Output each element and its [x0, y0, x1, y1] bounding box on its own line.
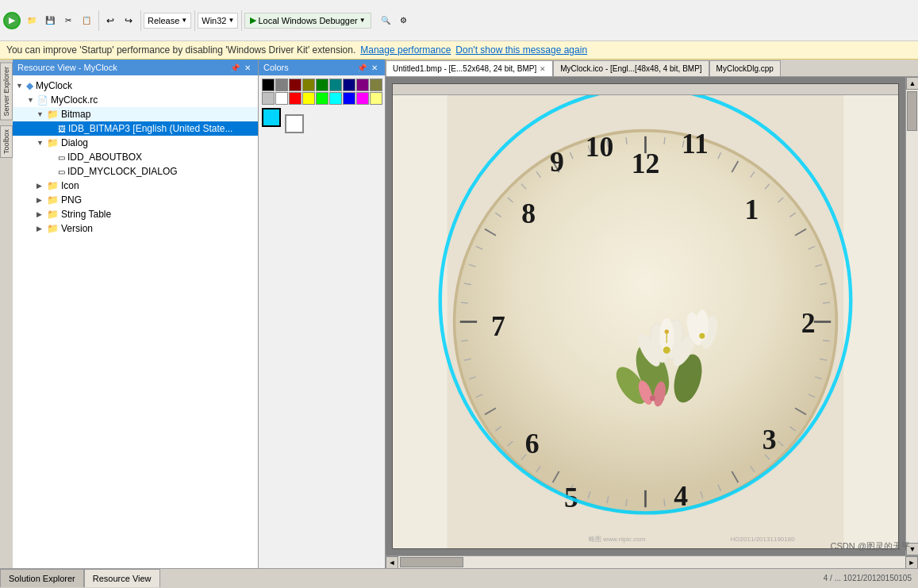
color-green[interactable]	[316, 92, 328, 105]
tree-view[interactable]: ▼ ◆ MyClock ▼ 📄 MyClock.rc ▼ 📁 Bitmap 🖼 …	[13, 75, 258, 568]
color-yellow[interactable]	[302, 92, 315, 105]
expand-icon-st: ▶	[36, 210, 44, 218]
color-red[interactable]	[289, 92, 302, 105]
svg-line-25	[823, 302, 830, 303]
colors-close-btn[interactable]: ✕	[369, 62, 380, 73]
tree-item-aboutbox[interactable]: ▭ IDD_ABOUTBOX	[13, 150, 258, 164]
panel-close-btn[interactable]: ✕	[242, 62, 253, 73]
toolbar-btn-4[interactable]: 📋	[78, 12, 95, 29]
hscroll-thumb[interactable]	[400, 557, 463, 567]
folder-icon-dlg: 📁	[47, 137, 59, 148]
color-selected-cyan[interactable]	[262, 108, 281, 127]
color-light-yellow[interactable]	[370, 92, 382, 105]
manage-performance-link[interactable]: Manage performance	[360, 44, 451, 56]
color-dark-blue[interactable]	[343, 79, 355, 91]
scroll-left-btn[interactable]: ◄	[386, 556, 398, 569]
color-selected-white[interactable]	[285, 114, 304, 133]
expand-icon-dlg: ▼	[36, 139, 44, 147]
expand-icon-ico: ▶	[36, 182, 44, 190]
expand-icon-ver: ▶	[36, 225, 44, 233]
tree-item-stringtable-folder[interactable]: ▶ 📁 String Table	[13, 207, 258, 221]
tab-bar: Untitled1.bmp - [E...52x648, 24 bit, BMP…	[386, 60, 918, 77]
bottom-scrollbar[interactable]: ◄ ►	[386, 555, 918, 568]
platform-arrow: ▼	[228, 17, 234, 24]
expand-icon-bitmap: ▼	[36, 110, 44, 118]
scroll-down-btn[interactable]: ▼	[906, 543, 918, 555]
info-message: You can improve 'Startup' performance by…	[6, 44, 355, 56]
color-dark-teal[interactable]	[329, 79, 342, 91]
color-olive[interactable]	[370, 79, 382, 91]
tab-bitmap-label: Untitled1.bmp - [E...52x648, 24 bit, BMP…	[393, 64, 536, 73]
color-white[interactable]	[275, 92, 288, 105]
dialog-icon-ab: ▭	[58, 153, 65, 162]
color-cyan[interactable]	[329, 92, 342, 105]
folder-icon-st: 📁	[47, 209, 59, 220]
redo-button[interactable]: ↪	[120, 12, 137, 29]
color-dark-purple[interactable]	[356, 79, 369, 91]
color-dark-red[interactable]	[289, 79, 302, 91]
tree-item-mydialog[interactable]: ▭ IDD_MYCLOCK_DIALOG	[13, 164, 258, 179]
svg-point-1	[455, 131, 837, 513]
config-dropdown[interactable]: Release ▼	[144, 13, 191, 29]
dismiss-link[interactable]: Don't show this message again	[455, 44, 587, 56]
tree-item-version-folder[interactable]: ▶ 📁 Version	[13, 221, 258, 236]
color-magenta[interactable]	[356, 92, 369, 105]
svg-text:12: 12	[632, 148, 660, 179]
tree-item-label-b3: IDB_BITMAP3 [English (United State...	[68, 123, 232, 134]
tree-item-label-ico: Icon	[61, 180, 79, 191]
toolbar-btn-2[interactable]: 💾	[41, 12, 59, 29]
svg-line-38	[626, 499, 627, 506]
tab-cpp[interactable]: MyClockDlg.cpp	[709, 60, 781, 76]
tree-item-bitmap3[interactable]: 🖼 IDB_BITMAP3 [English (United State...	[13, 121, 258, 136]
folder-icon-ver: 📁	[47, 223, 59, 234]
svg-point-91	[650, 395, 655, 401]
expand-icon-png: ▶	[36, 196, 44, 204]
bitmap-display: 12 1 2 3 4 5 6 7 8 9 10 11	[392, 83, 899, 549]
svg-line-61	[626, 137, 627, 144]
color-dark-yellow[interactable]	[302, 79, 315, 91]
toolbar-btn-5[interactable]: 🔍	[377, 12, 394, 29]
expand-icon-rc: ▼	[27, 96, 35, 104]
tree-item-icon-folder[interactable]: ▶ 📁 Icon	[13, 179, 258, 193]
color-silver[interactable]	[262, 92, 275, 105]
bottom-tab-solution[interactable]: Solution Explorer	[0, 569, 84, 587]
scroll-right-btn[interactable]: ►	[905, 556, 918, 569]
server-explorer-tab[interactable]: Server Explorer	[0, 63, 13, 121]
toolbar-btn-3[interactable]: ✂	[60, 12, 77, 29]
tree-item-bitmap-folder[interactable]: ▼ 📁 Bitmap	[13, 107, 258, 121]
platform-dropdown[interactable]: Win32 ▼	[198, 13, 238, 29]
tab-bitmap-close[interactable]: ✕	[540, 65, 546, 73]
bottom-tab-resource[interactable]: Resource View	[84, 569, 160, 587]
colors-pin-btn[interactable]: 📌	[356, 62, 367, 73]
right-scrollbar[interactable]: ▲ ▼	[905, 77, 918, 555]
undo-button[interactable]: ↩	[102, 12, 119, 29]
color-black[interactable]	[262, 79, 275, 91]
debugger-arrow: ▼	[359, 17, 366, 24]
toolbar-btn-1[interactable]: 📁	[23, 12, 40, 29]
tab-bitmap[interactable]: Untitled1.bmp - [E...52x648, 24 bit, BMP…	[386, 60, 553, 76]
color-dark-green[interactable]	[316, 79, 328, 91]
svg-text:6: 6	[525, 428, 540, 459]
side-labels-panel: Server Explorer Toolbox	[0, 60, 13, 568]
scroll-thumb[interactable]	[907, 91, 917, 131]
color-blue[interactable]	[343, 92, 355, 105]
tree-item-png-folder[interactable]: ▶ 📁 PNG	[13, 193, 258, 207]
scroll-track	[906, 90, 918, 543]
scroll-up-btn[interactable]: ▲	[906, 77, 918, 90]
tree-item-label-rc: MyClock.rc	[51, 94, 98, 106]
debug-start-btn[interactable]: ▶ Local Windows Debugger ▼	[244, 13, 371, 29]
toolbar-btn-6[interactable]: ⚙	[395, 12, 413, 29]
panel-pin-btn[interactable]: 📌	[229, 62, 240, 73]
tab-ico-label: MyClock.ico - [Engl...[48x48, 4 bit, BMP…	[560, 64, 701, 73]
tree-item-myclockrc[interactable]: ▼ 📄 MyClock.rc	[13, 93, 258, 107]
tree-item-myclock[interactable]: ▼ ◆ MyClock	[13, 79, 258, 93]
svg-text:8: 8	[521, 198, 536, 229]
bitmap-area: 12 1 2 3 4 5 6 7 8 9 10 11	[393, 95, 898, 548]
toolbox-tab[interactable]: Toolbox	[0, 125, 13, 158]
tab-ico[interactable]: MyClock.ico - [Engl...[48x48, 4 bit, BMP…	[553, 60, 709, 76]
tree-item-dialog-folder[interactable]: ▼ 📁 Dialog	[13, 136, 258, 150]
file-icon-rc: 📄	[37, 95, 48, 106]
color-gray[interactable]	[275, 79, 288, 91]
folder-icon-png: 📁	[47, 194, 59, 206]
app-icon: ▶	[3, 12, 21, 29]
